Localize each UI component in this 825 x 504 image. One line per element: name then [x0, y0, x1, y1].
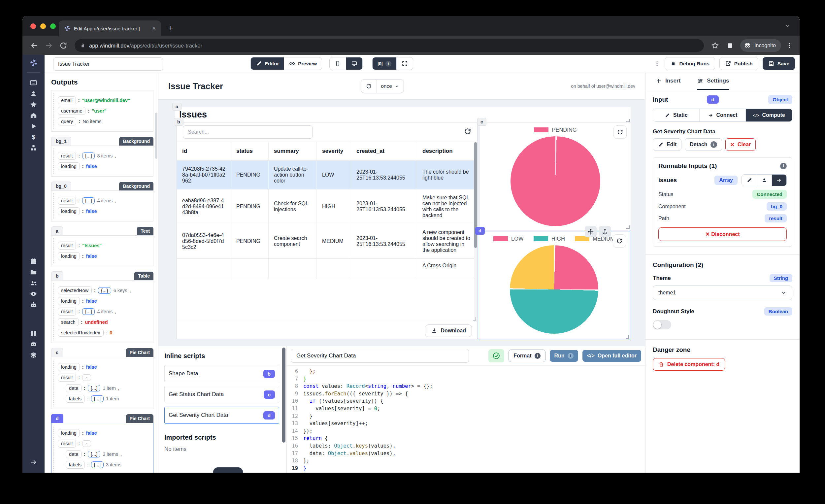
detach-button[interactable]: Detachi	[685, 138, 722, 151]
minimize-window-button[interactable]	[40, 23, 46, 29]
legend-item[interactable]: HIGH	[534, 236, 565, 242]
run-button[interactable]: Runi	[550, 350, 578, 362]
output-row[interactable]: result:[...]8 items,	[58, 152, 151, 160]
output-row[interactable]: selectedRow:{...}6 keys,	[58, 286, 151, 294]
desktop-view-button[interactable]	[346, 57, 362, 70]
discord-icon[interactable]	[30, 341, 37, 348]
table-row[interactable]: 794208f5-2735-428a-b4af-b071ff0a2962PEND…	[177, 161, 477, 190]
resize-handle[interactable]	[626, 225, 630, 229]
legend-item[interactable]: LOW	[493, 236, 524, 242]
home-icon[interactable]	[30, 112, 37, 119]
grid-icon[interactable]	[30, 79, 37, 86]
table-column-header[interactable]: created_at	[351, 142, 417, 160]
play-icon[interactable]	[30, 123, 37, 130]
browser-tab[interactable]: Edit App u/user/issue-tracker | ×	[59, 20, 161, 36]
doughnut-toggle[interactable]	[653, 320, 671, 330]
users-icon[interactable]	[30, 279, 37, 287]
issues-static-button[interactable]	[742, 174, 757, 186]
code-line[interactable]: values[severity]++;	[303, 420, 645, 427]
windmill-logo-icon[interactable]	[29, 59, 38, 67]
output-row[interactable]: result:[...]4 items,	[58, 197, 151, 205]
chart-c-refresh-button[interactable]	[613, 126, 627, 139]
clear-button[interactable]: ✕Clear	[725, 138, 756, 151]
static-mode-button[interactable]: Static	[653, 109, 699, 122]
refresh-mode-dropdown[interactable]: once	[376, 80, 403, 93]
tab-settings[interactable]: Settings	[697, 73, 729, 90]
output-row[interactable]: loading:false	[58, 297, 151, 305]
script-name-input[interactable]: Get Severity Chart Data	[291, 349, 469, 363]
table-search-input[interactable]: Search...	[183, 126, 313, 139]
tab-insert[interactable]: Insert	[655, 73, 680, 90]
hide-bars-button[interactable]: |0|i	[373, 57, 396, 70]
status-pie-chart[interactable]	[511, 136, 600, 226]
back-icon[interactable]	[30, 41, 39, 50]
table-row[interactable]: A Cross Origin	[177, 259, 477, 279]
theme-select[interactable]: theme1	[653, 286, 792, 300]
output-row[interactable]: labels:[...]1 item	[66, 395, 151, 403]
open-full-editor-button[interactable]: </>Open full editor	[583, 350, 641, 362]
format-button[interactable]: Formati	[509, 350, 545, 362]
code-line[interactable]: }	[303, 413, 645, 420]
path-badge[interactable]: result	[765, 214, 787, 222]
connect-mode-button[interactable]: Connect	[699, 109, 746, 122]
reload-icon[interactable]	[59, 41, 68, 50]
app-name-input[interactable]: Issue Tracker	[53, 57, 163, 71]
url-field[interactable]: app.windmill.dev/apps/edit/u/user/issue-…	[75, 39, 704, 52]
book-icon[interactable]	[30, 330, 37, 337]
table-column-header[interactable]: status	[231, 142, 269, 160]
move-handle[interactable]	[585, 226, 597, 237]
inline-script-item[interactable]: Get Status Chart Datac	[164, 386, 279, 403]
github-icon[interactable]	[30, 352, 37, 359]
resize-handle[interactable]	[626, 119, 630, 122]
mobile-view-button[interactable]	[330, 57, 346, 70]
output-row[interactable]: result:[...]4 items,	[58, 308, 151, 315]
eye-icon[interactable]	[30, 290, 37, 298]
bookmark-star-icon[interactable]	[711, 42, 719, 50]
resize-handle[interactable]	[626, 335, 629, 339]
debug-runs-button[interactable]: Debug Runs	[665, 57, 715, 70]
component-ref-badge[interactable]: bg_0	[767, 202, 787, 211]
table-column-header[interactable]: id	[177, 142, 231, 160]
table-column-header[interactable]: severity	[317, 142, 351, 160]
table-column-header[interactable]: summary	[269, 142, 317, 160]
component-id-badge[interactable]: d	[51, 414, 63, 423]
inline-script-item[interactable]: Shape Datab	[164, 365, 279, 382]
legend-item[interactable]: PENDING	[534, 127, 577, 133]
code-line[interactable]: };	[303, 368, 645, 375]
component-id-badge[interactable]: bg_0	[51, 182, 71, 191]
code-line[interactable]: }	[303, 375, 645, 383]
disconnect-button[interactable]: ✕ Disconnect	[658, 227, 787, 241]
pie-chart-component-c[interactable]: c PENDING	[480, 122, 631, 230]
table-component-b[interactable]: b Search... idstatussummaryseveritycreat…	[176, 122, 477, 339]
browser-menu-icon[interactable]	[786, 42, 793, 49]
output-row[interactable]: loading:false	[58, 363, 151, 371]
code-line[interactable]: data: Object.values(values),	[303, 450, 645, 457]
table-row[interactable]: 07da0553-4e6e-4d56-8ded-5fd0f7d5c3c2PEND…	[177, 224, 477, 259]
output-row[interactable]: loading:false	[58, 207, 151, 215]
chart-d-refresh-button[interactable]	[613, 234, 626, 247]
output-row[interactable]: email:"user@windmill.dev"	[58, 96, 151, 104]
pie-chart-component-d[interactable]: d LOWHIGHMEDIUM	[478, 231, 630, 340]
tab-list-chevron-icon[interactable]	[784, 22, 791, 29]
new-tab-button[interactable]: +	[168, 23, 173, 33]
output-row[interactable]: loading:false	[58, 162, 151, 170]
add-script-button[interactable]	[213, 467, 243, 473]
code-line[interactable]: const values: Record<string, number> = {…	[303, 382, 645, 390]
code-line[interactable]: };	[303, 457, 645, 465]
app-refresh-button[interactable]	[361, 80, 376, 93]
publish-button[interactable]: Publish	[720, 57, 758, 70]
folder-icon[interactable]	[30, 268, 37, 276]
dollar-icon[interactable]: $	[30, 133, 37, 141]
code-line[interactable]: return {	[303, 435, 645, 442]
star-icon[interactable]	[30, 101, 37, 108]
code-lines[interactable]: };}const values: Record<string, number> …	[303, 368, 645, 473]
preview-mode-button[interactable]: Preview	[284, 57, 322, 70]
anchor-button[interactable]	[599, 226, 611, 237]
download-button[interactable]: Download	[425, 325, 472, 337]
robot-icon[interactable]	[30, 301, 37, 309]
component-id-badge[interactable]: c	[51, 348, 63, 357]
scripts-scrollbar[interactable]	[282, 348, 286, 443]
edit-button[interactable]: Edit	[653, 138, 681, 151]
output-row[interactable]: loading:false	[58, 429, 151, 437]
boxes-icon[interactable]	[30, 144, 37, 152]
